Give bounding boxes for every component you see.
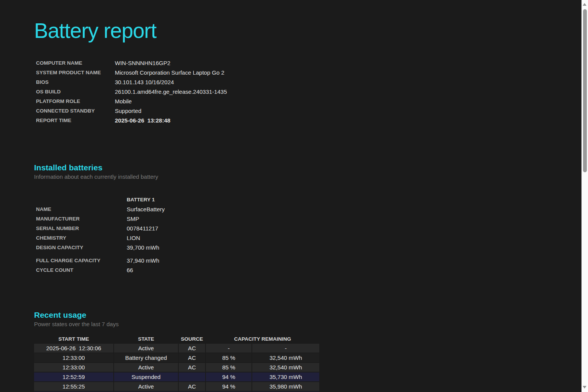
system-info-label: REPORT TIME bbox=[34, 116, 115, 125]
battery-detail-label: CYCLE COUNT bbox=[34, 265, 127, 275]
scrollbar-down-arrow-icon[interactable] bbox=[583, 386, 586, 389]
system-info-row-report-time: REPORT TIME 2025-06-26 13:28:48 bbox=[34, 116, 573, 125]
col-header-capacity-remaining: CAPACITY REMAINING bbox=[206, 335, 319, 343]
system-info-label: CONNECTED STANDBY bbox=[34, 106, 115, 116]
battery-detail-row: CHEMISTRY LION bbox=[34, 233, 573, 243]
recent-usage-section: Recent usage Power states over the last … bbox=[34, 310, 573, 392]
usage-percent: 85 % bbox=[206, 353, 252, 362]
col-header-state: STATE bbox=[114, 335, 178, 343]
report-time-value: 2025-06-26 13:28:48 bbox=[115, 116, 170, 125]
system-info-row: CONNECTED STANDBY Supported bbox=[34, 106, 573, 116]
battery-column-header-spacer bbox=[34, 195, 127, 204]
system-info-label: COMPUTER NAME bbox=[34, 58, 115, 68]
usage-row: 2025-06-26 12:30:06 Active AC - - bbox=[34, 344, 319, 353]
usage-state: Active bbox=[114, 363, 178, 372]
usage-source: AC bbox=[179, 353, 205, 362]
system-info-label: BIOS bbox=[34, 77, 115, 87]
page-title: Battery report bbox=[34, 0, 573, 44]
system-info-label: OS BUILD bbox=[34, 87, 115, 96]
system-info-row: COMPUTER NAME WIN-SNNNHN16GP2 bbox=[34, 58, 573, 68]
usage-state: Battery changed bbox=[114, 353, 178, 362]
battery-detail-label: SERIAL NUMBER bbox=[34, 224, 127, 233]
battery-report-page: Battery report COMPUTER NAME WIN-SNNNHN1… bbox=[0, 0, 588, 392]
system-info-value: Mobile bbox=[115, 96, 132, 106]
battery-detail-value: SurfaceBattery bbox=[127, 204, 165, 214]
usage-row: 12:55:25 Active AC 94 % 35,980 mWh bbox=[34, 382, 319, 391]
usage-header-row: START TIME STATE SOURCE CAPACITY REMAINI… bbox=[34, 335, 319, 343]
usage-start-time: 12:33:00 bbox=[34, 363, 113, 372]
system-info-row: PLATFORM ROLE Mobile bbox=[34, 96, 573, 106]
usage-percent: - bbox=[206, 344, 252, 353]
system-info-value: WIN-SNNNHN16GP2 bbox=[115, 58, 170, 68]
system-info-row: BIOS 30.101.143 10/16/2024 bbox=[34, 77, 573, 87]
usage-mwh: - bbox=[252, 344, 319, 353]
system-info-table: COMPUTER NAME WIN-SNNNHN16GP2 SYSTEM PRO… bbox=[34, 58, 573, 125]
usage-mwh: 35,980 mWh bbox=[252, 382, 319, 391]
installed-batteries-section: Installed batteries Information about ea… bbox=[34, 163, 573, 275]
battery-detail-value: 39,700 mWh bbox=[127, 243, 159, 252]
battery-detail-label: NAME bbox=[34, 204, 127, 214]
system-info-value: 30.101.143 10/16/2024 bbox=[115, 77, 174, 87]
battery-detail-value: 66 bbox=[127, 265, 133, 275]
usage-start-time: 2025-06-26 12:30:06 bbox=[34, 344, 113, 353]
usage-percent: 94 % bbox=[206, 382, 252, 391]
usage-percent: 94 % bbox=[206, 372, 252, 381]
usage-source: AC bbox=[179, 363, 205, 372]
usage-start-time: 12:33:00 bbox=[34, 353, 113, 362]
battery-column-header: BATTERY 1 bbox=[127, 195, 155, 204]
battery-detail-gap bbox=[34, 252, 573, 256]
vertical-scrollbar[interactable] bbox=[581, 0, 588, 392]
col-header-source: SOURCE bbox=[179, 335, 205, 343]
usage-start-time: 12:52:59 bbox=[34, 372, 113, 381]
system-info-label: SYSTEM PRODUCT NAME bbox=[34, 68, 115, 77]
usage-row-suspended: 12:52:59 Suspended 94 % 35,730 mWh bbox=[34, 372, 319, 381]
recent-usage-subtitle: Power states over the last 7 days bbox=[34, 320, 573, 328]
installed-batteries-heading: Installed batteries bbox=[34, 163, 573, 173]
battery-column-header-row: BATTERY 1 bbox=[34, 195, 573, 204]
usage-source: AC bbox=[179, 344, 205, 353]
usage-row: 12:33:00 Battery changed AC 85 % 32,540 … bbox=[34, 353, 319, 362]
battery-detail-label: CHEMISTRY bbox=[34, 233, 127, 243]
battery-detail-label: FULL CHARGE CAPACITY bbox=[34, 256, 127, 265]
battery-details-table: BATTERY 1 NAME SurfaceBattery MANUFACTUR… bbox=[34, 195, 573, 275]
usage-source: AC bbox=[179, 382, 205, 391]
usage-state: Active bbox=[114, 382, 178, 391]
usage-mwh: 32,540 mWh bbox=[252, 363, 319, 372]
battery-detail-value: SMP bbox=[127, 214, 139, 224]
system-info-label: PLATFORM ROLE bbox=[34, 96, 115, 106]
system-info-value: Microsoft Corporation Surface Laptop Go … bbox=[115, 68, 224, 77]
battery-detail-label: MANUFACTURER bbox=[34, 214, 127, 224]
recent-usage-heading: Recent usage bbox=[34, 310, 573, 320]
installed-batteries-subtitle: Information about each currently install… bbox=[34, 173, 573, 181]
usage-source bbox=[179, 372, 205, 381]
battery-detail-row: CYCLE COUNT 66 bbox=[34, 265, 573, 275]
battery-detail-row: MANUFACTURER SMP bbox=[34, 214, 573, 224]
battery-detail-value: LION bbox=[127, 233, 140, 243]
system-info-row: SYSTEM PRODUCT NAME Microsoft Corporatio… bbox=[34, 68, 573, 77]
battery-detail-value: 0078411217 bbox=[127, 224, 158, 233]
battery-detail-row: NAME SurfaceBattery bbox=[34, 204, 573, 214]
battery-detail-label: DESIGN CAPACITY bbox=[34, 243, 127, 252]
scrollbar-up-arrow-icon[interactable] bbox=[583, 3, 586, 6]
system-info-row: OS BUILD 26100.1.amd64fre.ge_release.240… bbox=[34, 87, 573, 96]
battery-detail-row: DESIGN CAPACITY 39,700 mWh bbox=[34, 243, 573, 252]
usage-mwh: 32,540 mWh bbox=[252, 353, 319, 362]
system-info-value: 26100.1.amd64fre.ge_release.240331-1435 bbox=[115, 87, 227, 96]
usage-start-time: 12:55:25 bbox=[34, 382, 113, 391]
usage-percent: 85 % bbox=[206, 363, 252, 372]
battery-detail-row: SERIAL NUMBER 0078411217 bbox=[34, 224, 573, 233]
usage-state: Active bbox=[114, 344, 178, 353]
recent-usage-table: START TIME STATE SOURCE CAPACITY REMAINI… bbox=[33, 335, 320, 392]
scrollbar-thumb[interactable] bbox=[583, 9, 587, 172]
usage-row: 12:33:00 Active AC 85 % 32,540 mWh bbox=[34, 363, 319, 372]
battery-detail-value: 37,940 mWh bbox=[127, 256, 159, 265]
usage-mwh: 35,730 mWh bbox=[252, 372, 319, 381]
battery-detail-row: FULL CHARGE CAPACITY 37,940 mWh bbox=[34, 256, 573, 265]
system-info-value: Supported bbox=[115, 106, 141, 116]
usage-state: Suspended bbox=[114, 372, 178, 381]
col-header-start-time: START TIME bbox=[34, 335, 113, 343]
